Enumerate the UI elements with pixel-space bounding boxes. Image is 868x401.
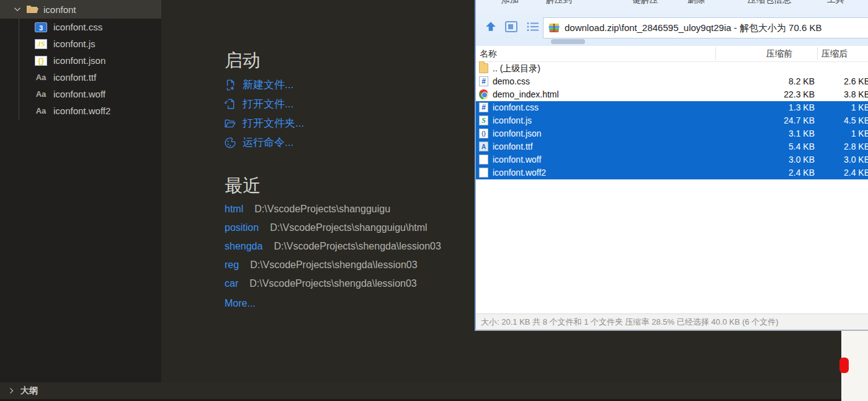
- toolbar-one-click-extract-button[interactable]: 一键解压: [624, 0, 658, 6]
- recent-link[interactable]: car: [225, 278, 238, 289]
- recent-path: D:\VscodeProjects\shangguigu: [254, 204, 390, 215]
- size-after: 4.5 KB: [844, 115, 868, 125]
- file-type-icon: #: [479, 76, 488, 86]
- start-heading: 启动: [225, 48, 261, 73]
- file-row[interactable]: # demo.css 8.2 KB 2.6 KB: [476, 75, 868, 88]
- file-row[interactable]: A iconfont.ttf 5.4 KB 2.8 KB: [476, 140, 868, 153]
- recent-link[interactable]: position: [225, 222, 259, 233]
- file-row[interactable]: iconfont.woff2 2.4 KB 2.4 KB: [476, 166, 868, 179]
- address-text: download.zip\font_2846595_uloy9qt29ia - …: [565, 22, 821, 34]
- folder-header-iconfont[interactable]: iconfont: [0, 0, 161, 19]
- file-tree: 3 iconfont.css JS iconfont.js {} iconfon…: [0, 19, 161, 119]
- file-name: .. (上级目录): [493, 63, 540, 74]
- recent-path: D:\VscodeProjects\shengda\lession03: [250, 259, 418, 271]
- file-type-icon: Aa: [35, 89, 47, 99]
- open-folder-icon: [225, 118, 236, 129]
- tree-item[interactable]: JS iconfont.js: [0, 35, 161, 52]
- file-type-icon: #: [479, 102, 488, 112]
- up-directory-button[interactable]: [485, 20, 497, 35]
- toolbar-tools-button[interactable]: 工具: [827, 0, 844, 6]
- folder-label: iconfont: [43, 4, 76, 15]
- toolbar-add-button[interactable]: 添加: [501, 0, 519, 6]
- preview-pane-button[interactable]: [505, 21, 517, 35]
- archive-window: 添加 解压到 一键解压 删除 压缩包信息 工具 download.zip\fo: [475, 0, 868, 331]
- file-name: iconfont.json: [493, 128, 542, 138]
- file-row[interactable]: iconfont.woff 3.0 KB 3.0 KB: [476, 153, 868, 166]
- new-file-action[interactable]: 新建文件...: [225, 75, 304, 94]
- file-list: .. (上级目录) # demo.css 8.2 KB 2.6 KB demo_…: [476, 62, 868, 179]
- tree-item-label: iconfont.ttf: [53, 72, 96, 83]
- file-name: iconfont.css: [493, 102, 539, 112]
- start-item-label: 打开文件夹...: [243, 116, 304, 130]
- status-text: 大小: 20.1 KB 共 8 个文件和 1 个文件夹 压缩率 28.5% 已经…: [481, 317, 779, 328]
- file-row[interactable]: .. (上级目录): [476, 62, 868, 75]
- file-type-icon: S: [479, 115, 488, 125]
- address-bar[interactable]: download.zip\font_2846595_uloy9qt29ia - …: [543, 17, 868, 38]
- file-name: demo.css: [493, 76, 530, 86]
- recent-link[interactable]: html: [225, 204, 243, 215]
- tree-item-label: iconfont.css: [53, 22, 102, 32]
- file-name: demo_index.html: [493, 89, 559, 99]
- size-after: 1 KB: [851, 128, 868, 138]
- tree-item-label: iconfont.js: [53, 38, 96, 49]
- file-name: iconfont.woff2: [493, 168, 546, 178]
- open-file-action[interactable]: 打开文件...: [225, 94, 304, 114]
- run-command-action[interactable]: 运行命令...: [225, 133, 304, 152]
- size-after: 1 KB: [851, 102, 868, 112]
- recent-item: car D:\VscodeProjects\shengda\lession03: [225, 274, 485, 293]
- list-view-button[interactable]: [527, 22, 539, 34]
- tree-item[interactable]: Aa iconfont.ttf: [0, 69, 161, 86]
- chevron-right-icon: [8, 387, 15, 394]
- open-folder-action[interactable]: 打开文件夹...: [225, 114, 304, 133]
- file-name: iconfont.woff: [493, 155, 541, 164]
- column-name[interactable]: 名称: [480, 48, 497, 60]
- toolbar-archive-info-button[interactable]: 压缩包信息: [748, 0, 791, 6]
- arrow-up-icon: [485, 20, 497, 33]
- recent-link[interactable]: shengda: [225, 241, 262, 252]
- recent-path: D:\VscodeProjects\shengda\lession03: [249, 278, 417, 289]
- indent-guide: [19, 19, 19, 120]
- file-type-icon: 3: [35, 22, 47, 32]
- file-row[interactable]: # iconfont.css 1.3 KB 1 KB: [476, 101, 868, 114]
- file-type-icon: JS: [35, 39, 47, 49]
- recent-link[interactable]: reg: [225, 259, 239, 271]
- run-command-icon: [225, 137, 236, 148]
- tree-item[interactable]: 3 iconfont.css: [0, 19, 161, 35]
- more-link[interactable]: More...: [225, 294, 256, 313]
- scrollbar-thumb[interactable]: [551, 39, 585, 44]
- list-view-icon: [527, 22, 539, 32]
- file-list-panel: 名称 压缩前 压缩后 .. (上级目录) # demo.css 8.2 KB 2…: [476, 46, 868, 313]
- file-type-icon: {}: [35, 56, 47, 66]
- zip-file-icon: [548, 23, 560, 33]
- file-type-icon: [479, 63, 488, 73]
- file-row[interactable]: S iconfont.js 24.7 KB 4.5 KB: [476, 114, 868, 127]
- size-before: 22.3 KB: [784, 89, 815, 99]
- file-row[interactable]: {} iconfont.json 3.1 KB 1 KB: [476, 127, 868, 140]
- tree-item[interactable]: Aa iconfont.woff: [0, 86, 161, 102]
- size-before: 3.1 KB: [789, 128, 815, 138]
- chevron-down-icon: [14, 6, 21, 13]
- file-name: iconfont.js: [493, 115, 532, 125]
- tree-item-label: iconfont.woff: [53, 89, 105, 99]
- column-after[interactable]: 压缩后: [821, 48, 848, 60]
- tree-item[interactable]: {} iconfont.json: [0, 52, 161, 69]
- column-separator: [715, 47, 716, 60]
- recent-item: html D:\VscodeProjects\shangguigu: [225, 200, 485, 219]
- size-after: 2.4 KB: [844, 168, 868, 178]
- outline-section-header[interactable]: 大纲: [0, 382, 868, 399]
- toolbar-delete-button[interactable]: 删除: [687, 0, 705, 6]
- tree-item[interactable]: Aa iconfont.woff2: [0, 102, 161, 119]
- recent-item: reg D:\VscodeProjects\shengda\lession03: [225, 256, 485, 274]
- open-file-icon: [225, 99, 236, 110]
- recent-list: html D:\VscodeProjects\shangguigu positi…: [225, 200, 485, 293]
- file-row[interactable]: demo_index.html 22.3 KB 3.8 KB: [476, 88, 868, 101]
- file-type-icon: [479, 168, 488, 178]
- file-name: iconfont.ttf: [493, 142, 533, 151]
- size-before: 24.7 KB: [784, 115, 815, 125]
- toolbar-extract-to-button[interactable]: 解压到: [546, 0, 572, 6]
- tree-item-label: iconfont.json: [53, 55, 105, 66]
- column-before[interactable]: 压缩前: [766, 48, 792, 60]
- preview-pane-icon: [505, 21, 517, 32]
- size-after: 2.6 KB: [844, 76, 868, 86]
- start-item-label: 新建文件...: [243, 78, 293, 92]
